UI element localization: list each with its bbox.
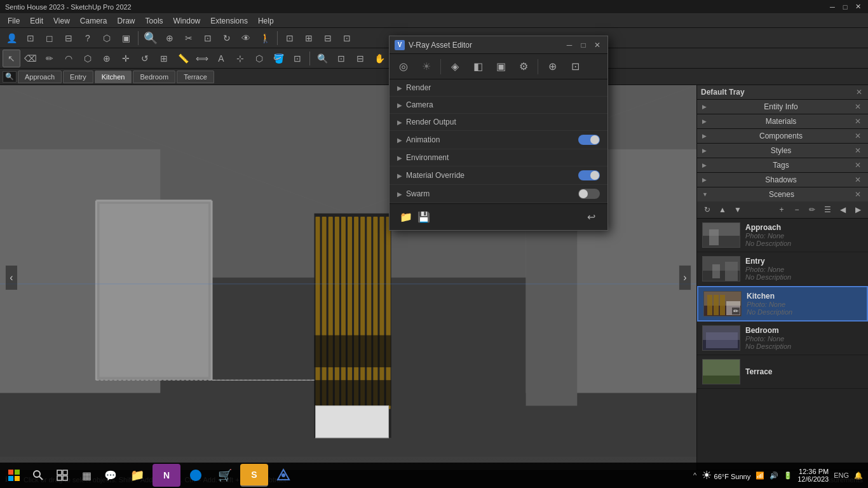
vray-mat-button[interactable]: ◧ <box>468 57 488 77</box>
menu-edit[interactable]: Edit <box>25 15 48 27</box>
taskbar-notification-icon[interactable]: 🔔 <box>854 471 863 480</box>
component-icon[interactable]: ⊡ <box>22 29 39 47</box>
scene-search[interactable]: 🔍 <box>3 71 17 83</box>
scenes-down-icon[interactable]: ▼ <box>731 203 744 216</box>
eraser-button[interactable]: ⌫ <box>22 50 39 67</box>
vray-renderview-button[interactable]: ⊡ <box>565 57 585 77</box>
cut-icon[interactable]: ✂ <box>180 29 198 47</box>
animation-toggle[interactable] <box>578 135 600 145</box>
shadows-header[interactable]: ▶ Shadows ✕ <box>697 173 868 187</box>
taskbar-up-arrow[interactable]: ^ <box>693 471 696 479</box>
menu-window[interactable]: Window <box>168 15 206 27</box>
taskbar-vray-button[interactable] <box>269 464 297 487</box>
taskbar-chat-button[interactable]: 💬 <box>99 464 122 487</box>
scene-tab-entry[interactable]: Entry <box>63 71 93 83</box>
entity-info-close[interactable]: ✕ <box>853 102 863 112</box>
menu-help[interactable]: Help <box>253 15 279 27</box>
menu-view[interactable]: View <box>48 15 75 27</box>
vray-save-button[interactable]: 💾 <box>415 208 433 226</box>
taskbar-battery-icon[interactable]: 🔋 <box>783 471 792 480</box>
material-override-toggle[interactable] <box>578 170 600 180</box>
render-section-header[interactable]: ▶ Render <box>390 79 607 96</box>
dialog-minimize-button[interactable]: ─ <box>564 40 574 50</box>
vray-ipr-button[interactable]: ☀ <box>416 57 437 77</box>
menu-extensions[interactable]: Extensions <box>205 15 253 27</box>
maximize-button[interactable]: □ <box>840 2 850 12</box>
arc-button[interactable]: ◠ <box>60 50 78 67</box>
tape-button[interactable]: 📏 <box>174 50 192 67</box>
component3-button[interactable]: ⬡ <box>250 50 268 67</box>
scene-tab-kitchen[interactable]: Kitchen <box>95 71 132 83</box>
panel6-icon[interactable]: ⊞ <box>300 29 318 47</box>
swarm-toggle-switch[interactable] <box>578 189 600 199</box>
viewport-prev-arrow[interactable]: ‹ <box>5 265 18 290</box>
vray-folder-button[interactable]: 📁 <box>397 208 415 226</box>
entity-info-header[interactable]: ▶ Entity Info ✕ <box>697 100 868 114</box>
eye2-icon[interactable]: 👁 <box>237 29 255 47</box>
scenes-detail-icon[interactable]: ☰ <box>821 203 834 216</box>
swarm-toggle[interactable] <box>578 189 600 199</box>
camera-section-header[interactable]: ▶ Camera <box>390 97 607 113</box>
rotate-button[interactable]: ↺ <box>136 50 154 67</box>
taskbar-network-icon[interactable]: 📶 <box>756 471 764 480</box>
materials-header[interactable]: ▶ Materials ✕ <box>697 114 868 128</box>
crosshair-icon[interactable]: ⊕ <box>161 29 179 47</box>
zoom-ext-button[interactable]: 🔍 <box>313 50 331 67</box>
taskbar-explorer-button[interactable]: 📁 <box>123 464 151 487</box>
taskbar-clock[interactable]: 12:36 PM 12/6/2023 <box>797 468 829 483</box>
panel5-icon[interactable]: ⊡ <box>281 29 299 47</box>
paint-button[interactable]: 🪣 <box>269 50 287 67</box>
scene-item-bedroom[interactable]: Bedroom Photo: None No Description <box>697 322 868 355</box>
tags-header[interactable]: ▶ Tags ✕ <box>697 158 868 172</box>
vray-geom-button[interactable]: ◈ <box>445 57 465 77</box>
menu-camera[interactable]: Camera <box>75 15 112 27</box>
vray-settings-button[interactable]: ⚙ <box>513 57 534 77</box>
panel7-icon[interactable]: ⊟ <box>319 29 337 47</box>
material-override-header[interactable]: ▶ Material Override <box>390 166 607 184</box>
taskbar-taskview-button[interactable] <box>51 464 74 487</box>
taskbar-search-button[interactable] <box>27 464 50 487</box>
menu-tools[interactable]: Tools <box>140 15 168 27</box>
taskbar-onenote-button[interactable]: N <box>153 464 180 487</box>
components-header[interactable]: ▶ Components ✕ <box>697 129 868 143</box>
swarm-header[interactable]: ▶ Swarm <box>390 185 607 203</box>
panel8-icon[interactable]: ⊡ <box>338 29 356 47</box>
vray-cam-button[interactable]: ⊕ <box>542 57 562 77</box>
user-icon[interactable]: 👤 <box>3 29 20 47</box>
walk2-icon[interactable]: 🚶 <box>256 29 274 47</box>
vray-light-button[interactable]: ▣ <box>491 57 511 77</box>
scenes-close[interactable]: ✕ <box>853 189 863 200</box>
panel-close-button[interactable]: ✕ <box>854 87 864 97</box>
menu-draw[interactable]: Draw <box>112 15 140 27</box>
push-button[interactable]: ⊕ <box>98 50 116 67</box>
help-icon[interactable]: ? <box>79 29 97 47</box>
start-button[interactable] <box>3 464 25 487</box>
environment-header[interactable]: ▶ Environment <box>390 149 607 166</box>
vray-dialog[interactable]: V V-Ray Asset Editor ─ □ ✕ ◎ ☀ ◈ ◧ ▣ ⚙ ⊕… <box>389 36 608 231</box>
scene-item-terrace[interactable]: Terrace <box>697 355 868 389</box>
taskbar-sketchup-button[interactable]: S <box>240 464 268 487</box>
tags-close[interactable]: ✕ <box>853 160 863 170</box>
taskbar-edge-button[interactable] <box>182 464 210 487</box>
viewport-next-arrow[interactable]: › <box>679 265 691 290</box>
minimize-button[interactable]: ─ <box>827 2 837 12</box>
scene-tab-approach[interactable]: Approach <box>18 71 62 83</box>
move-button[interactable]: ✛ <box>117 50 135 67</box>
offset-button[interactable]: ⊞ <box>155 50 173 67</box>
taskbar-volume-icon[interactable]: 🔊 <box>770 471 778 480</box>
vray-undo-button[interactable]: ↩ <box>582 208 600 226</box>
scale-icon[interactable]: ⊡ <box>199 29 217 47</box>
zoom-fit-button[interactable]: ⊡ <box>332 50 350 67</box>
shape-button[interactable]: ⬡ <box>79 50 97 67</box>
materials-close[interactable]: ✕ <box>853 116 863 126</box>
scenes-add-icon[interactable]: + <box>775 203 788 216</box>
scene-tab-bedroom[interactable]: Bedroom <box>133 71 175 83</box>
menu-file[interactable]: File <box>3 15 25 27</box>
render-icon[interactable]: ▣ <box>117 29 135 47</box>
vray-render-button[interactable]: ◎ <box>393 57 414 77</box>
orbit4-icon[interactable]: ↻ <box>218 29 236 47</box>
scenes-next-icon[interactable]: ▶ <box>851 203 864 216</box>
styles-header[interactable]: ▶ Styles ✕ <box>697 144 868 158</box>
select-button[interactable]: ↖ <box>3 50 20 67</box>
section-button[interactable]: ⊡ <box>288 50 306 67</box>
